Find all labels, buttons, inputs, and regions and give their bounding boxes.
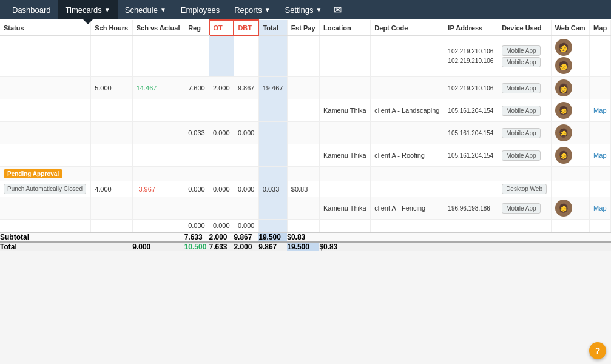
mobile-app-btn[interactable]: Mobile App bbox=[502, 128, 540, 138]
table-row: Kamenu Thika client A - Landscaping 105.… bbox=[0, 99, 611, 122]
nav-employees[interactable]: Employees bbox=[174, 0, 227, 19]
cell-est-pay bbox=[287, 36, 319, 77]
nav-dashboard[interactable]: Dashboard bbox=[5, 0, 58, 19]
desktop-web-btn[interactable]: Desktop Web bbox=[502, 184, 547, 194]
mobile-app-btn[interactable]: Mobile App bbox=[502, 83, 540, 93]
col-header-dept-code: Dept Code bbox=[371, 20, 444, 36]
cell-dept-code bbox=[371, 36, 444, 77]
cell-location bbox=[319, 77, 370, 99]
cell-total: 0.033 bbox=[258, 181, 287, 197]
total-ip bbox=[498, 242, 552, 251]
cell-sch-vs-actual: -3.967 bbox=[132, 181, 184, 197]
auto-closed-badge: Punch Automatically Closed bbox=[4, 184, 86, 194]
cell-webcam bbox=[551, 220, 589, 233]
mail-icon[interactable]: ✉ bbox=[329, 4, 346, 16]
cell-device bbox=[498, 167, 552, 181]
cell-est-pay bbox=[287, 144, 319, 167]
avatar: 🧔 bbox=[555, 124, 572, 141]
cell-webcam: 🧔 bbox=[551, 99, 589, 122]
cell-status: Pending Approval bbox=[0, 167, 91, 181]
cell-map bbox=[590, 77, 611, 99]
cell-sch-vs-actual bbox=[132, 144, 184, 167]
cell-sch-hours: 4.000 bbox=[91, 181, 133, 197]
cell-sch-vs-actual bbox=[132, 220, 184, 233]
timecards-table: Status Sch Hours Sch vs Actual Reg OT DB… bbox=[0, 19, 611, 251]
cell-location bbox=[319, 220, 370, 233]
nav-employees-label: Employees bbox=[181, 5, 220, 15]
mobile-app-btn[interactable]: Mobile App bbox=[502, 203, 540, 214]
cell-dbt: 0.000 bbox=[234, 122, 258, 144]
cell-est-pay bbox=[287, 99, 319, 122]
cell-dbt bbox=[234, 36, 258, 77]
col-header-webcam: Web Cam bbox=[551, 20, 589, 36]
total-sch-vs-actual: 10.500 bbox=[184, 242, 209, 251]
total-webcam bbox=[590, 242, 611, 251]
map-link[interactable]: Map bbox=[593, 152, 606, 159]
cell-ip bbox=[444, 167, 498, 181]
cell-sch-vs-actual bbox=[132, 122, 184, 144]
avatar: 🧔 bbox=[555, 102, 572, 119]
cell-ip bbox=[444, 181, 498, 197]
cell-dbt: 0.000 bbox=[234, 220, 258, 233]
cell-est-pay bbox=[287, 220, 319, 233]
cell-map[interactable]: Map bbox=[590, 197, 611, 220]
subtotal-est-pay: $0.83 bbox=[287, 232, 319, 242]
cell-dept-code: client A - Landscaping bbox=[371, 99, 444, 122]
col-header-reg: Reg bbox=[184, 20, 209, 36]
avatar: 🧔 bbox=[555, 147, 572, 164]
cell-ot: 0.000 bbox=[209, 122, 234, 144]
cell-sch-vs-actual bbox=[132, 36, 184, 77]
cell-map bbox=[590, 36, 611, 77]
cell-sch-hours: 5.000 bbox=[91, 77, 133, 99]
cell-map[interactable]: Map bbox=[590, 99, 611, 122]
cell-dept-code: client A - Roofing bbox=[371, 144, 444, 167]
cell-ot bbox=[209, 99, 234, 122]
cell-dbt bbox=[234, 144, 258, 167]
cell-webcam bbox=[551, 181, 589, 197]
cell-status bbox=[0, 220, 91, 233]
nav-timecards-label: Timecards bbox=[66, 5, 102, 15]
cell-webcam bbox=[551, 167, 589, 181]
subtotal-webcam bbox=[551, 232, 589, 242]
cell-total bbox=[258, 36, 287, 77]
cell-sch-hours bbox=[91, 144, 133, 167]
cell-location: Kamenu Thika bbox=[319, 99, 370, 122]
mobile-app-btn[interactable]: Mobile App bbox=[502, 106, 540, 116]
cell-device: Mobile App bbox=[498, 99, 552, 122]
map-link[interactable]: Map bbox=[593, 107, 606, 114]
cell-status bbox=[0, 122, 91, 144]
cell-map bbox=[590, 220, 611, 233]
subtotal-ip bbox=[444, 232, 498, 242]
nav-schedule[interactable]: Schedule ▼ bbox=[118, 0, 174, 19]
cell-total: 19.467 bbox=[258, 77, 287, 99]
table-row: 0.033 0.000 0.000 105.161.204.154 Mobile… bbox=[0, 122, 611, 144]
cell-total bbox=[258, 99, 287, 122]
nav-timecards[interactable]: Timecards ▼ bbox=[58, 0, 118, 19]
cell-ot: 0.000 bbox=[209, 220, 234, 233]
cell-map[interactable]: Map bbox=[590, 144, 611, 167]
col-header-sch-vs-actual: Sch vs Actual bbox=[132, 20, 184, 36]
col-header-map: Map bbox=[590, 20, 611, 36]
subtotal-location bbox=[319, 232, 370, 242]
cell-reg bbox=[184, 36, 209, 77]
map-link[interactable]: Map bbox=[593, 204, 606, 212]
main-table-container: Status Sch Hours Sch vs Actual Reg OT DB… bbox=[0, 19, 611, 251]
mobile-app-btn[interactable]: Mobile App bbox=[502, 150, 540, 161]
total-total: 19.500 bbox=[287, 242, 319, 251]
mobile-app-btn-2[interactable]: Mobile App bbox=[502, 57, 540, 67]
nav-settings[interactable]: Settings ▼ bbox=[278, 0, 329, 19]
mobile-app-btn[interactable]: Mobile App bbox=[502, 46, 540, 56]
total-dbt: 9.867 bbox=[258, 242, 287, 251]
cell-sch-hours bbox=[91, 36, 133, 77]
table-row: Kamenu Thika client A - Fencing 196.96.1… bbox=[0, 197, 611, 220]
nav-reports[interactable]: Reports ▼ bbox=[227, 0, 277, 19]
cell-dept-code: client A - Fencing bbox=[371, 197, 444, 220]
cell-total bbox=[258, 167, 287, 181]
cell-dbt bbox=[234, 99, 258, 122]
total-label: Total bbox=[0, 242, 132, 251]
subtotal-sch-hours bbox=[132, 232, 184, 242]
cell-dept-code bbox=[371, 77, 444, 99]
cell-ip: 196.96.198.186 bbox=[444, 197, 498, 220]
cell-ot bbox=[209, 167, 234, 181]
cell-est-pay: $0.83 bbox=[287, 181, 319, 197]
